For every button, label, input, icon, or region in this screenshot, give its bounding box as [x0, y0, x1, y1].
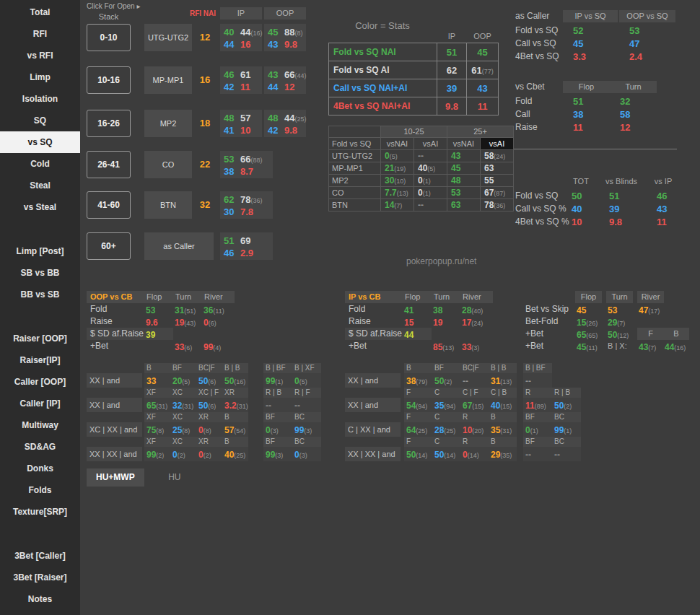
- stat-value: 67(87): [484, 188, 505, 198]
- stat-value: 15(26): [577, 318, 598, 328]
- stack-range-10-16[interactable]: 10-16: [87, 66, 131, 94]
- stat-value: 45(11): [577, 342, 598, 352]
- sidebar-item-vs-rfi[interactable]: vs RFI: [0, 45, 80, 66]
- line-header: XR: [196, 412, 222, 422]
- oop-stats-block: 4366(44)4412: [264, 66, 306, 94]
- stat-line: 4110: [224, 123, 262, 136]
- stat-line: 4211: [224, 80, 262, 92]
- sidebar-item-vs-sq[interactable]: vs SQ: [0, 131, 80, 153]
- click-for-open-label[interactable]: Click For Open ▸: [87, 2, 140, 10]
- line-value: 64(25): [404, 422, 432, 437]
- position-utg-utg2[interactable]: UTG-UTG2: [144, 24, 192, 51]
- stat-value: 12: [284, 82, 294, 92]
- sidebar-item-caller-oop[interactable]: Caller [OOP]: [0, 371, 80, 393]
- sidebar-item-sb-vs-bb[interactable]: SB vs BB: [0, 262, 80, 284]
- stack-range-60[interactable]: 60+: [87, 232, 131, 260]
- stack-range-26-41[interactable]: 26-41: [87, 151, 131, 178]
- stat-cell: 40: [572, 202, 608, 215]
- column-header: Flop: [403, 291, 432, 303]
- line-value: 50(2): [552, 398, 581, 412]
- stat-value: 14(7): [385, 200, 402, 210]
- stat-cell: 21(19): [380, 162, 414, 175]
- sidebar-item-sq[interactable]: SQ: [0, 110, 80, 131]
- stack-range-0-10[interactable]: 0-10: [87, 24, 131, 51]
- stat-cell: 43: [657, 202, 687, 215]
- stat-cell: 39: [609, 202, 651, 215]
- stat-line: 4661: [224, 68, 262, 80]
- stat-value: --: [525, 450, 531, 460]
- row-label: $ SD af.Raise: [87, 328, 144, 340]
- stat-cell: 0(1): [414, 174, 447, 187]
- sidebar-item-donks[interactable]: Donks: [0, 458, 80, 479]
- stack-range-16-26[interactable]: 16-26: [87, 110, 131, 137]
- line-value: 99(1): [263, 373, 292, 388]
- sidebar-item-limp[interactable]: Limp: [0, 66, 80, 88]
- stat-value: 50(16): [224, 376, 245, 386]
- position-mp2[interactable]: MP2: [144, 110, 192, 137]
- sidebar-item-raiser-ip[interactable]: Raiser[IP]: [0, 349, 80, 371]
- sidebar-item-caller-ip[interactable]: Caller [IP]: [0, 393, 80, 414]
- line-value: 50(14): [404, 447, 432, 461]
- stat-cell: 48: [447, 174, 481, 187]
- stack-range-41-60[interactable]: 41-60: [87, 191, 131, 219]
- line-header: C | F: [460, 388, 489, 398]
- sidebar-item-bb-vs-sb[interactable]: BB vs SB: [0, 284, 80, 305]
- stat-value: 50(6): [198, 376, 216, 386]
- stat-value: 88(8): [284, 27, 302, 38]
- stat-cell: 99(4): [202, 340, 235, 352]
- stat-cell: 67(87): [480, 186, 514, 199]
- stat-value: 40(5): [418, 163, 435, 173]
- stat-cell: 32: [620, 95, 667, 108]
- line-header: B | B: [222, 363, 248, 373]
- sidebar-item-cold[interactable]: Cold: [0, 153, 80, 175]
- stat-cell: 45: [573, 37, 628, 50]
- sidebar-item-isolation[interactable]: Isolation: [0, 88, 80, 110]
- sidebar-item-vs-steal[interactable]: vs Steal: [0, 196, 80, 218]
- sidebar-item-limp-post[interactable]: Limp [Post]: [0, 240, 80, 262]
- line-value: 11(89): [523, 398, 552, 412]
- row-label: Fold vs SQ: [514, 24, 563, 37]
- stat-value: 53: [224, 153, 240, 165]
- position-as-caller[interactable]: as Caller: [144, 232, 214, 260]
- sidebar-item-steal[interactable]: Steal: [0, 175, 80, 196]
- stat-cell: 51: [573, 95, 620, 108]
- stat-value: 45: [451, 163, 460, 173]
- position-mp-mp1[interactable]: MP-MP1: [144, 66, 192, 94]
- line-value: 20(5): [170, 373, 196, 388]
- sidebar-item-total[interactable]: Total: [0, 1, 80, 23]
- stack-column-header: Stack: [87, 12, 131, 21]
- stat-value: 44(16): [240, 27, 262, 38]
- tab-hu[interactable]: HU: [159, 468, 190, 487]
- stat-value: 0(3): [266, 425, 279, 435]
- column-header: Turn: [610, 81, 657, 93]
- sidebar-item-notes[interactable]: Notes: [0, 588, 80, 610]
- stat-cell: 53: [629, 24, 686, 37]
- stat-cell: 14(7): [380, 199, 414, 211]
- stat-value: 9.8: [284, 39, 297, 50]
- sidebar-item-multiway[interactable]: Multiway: [0, 414, 80, 436]
- sidebar-item-rfi[interactable]: RFI: [0, 23, 80, 45]
- tab-hu-mwp[interactable]: HU+MWP: [87, 468, 144, 487]
- line-header: XF: [144, 437, 170, 447]
- stat-value: 47: [629, 38, 639, 49]
- position-co[interactable]: CO: [144, 151, 192, 178]
- position-btn[interactable]: BTN: [144, 191, 192, 219]
- sidebar-item-3bet-raiser[interactable]: 3Bet [Raiser]: [0, 567, 80, 588]
- sidebar-item-sd-ag[interactable]: SD&AG: [0, 436, 80, 458]
- sidebar-item-raiser-oop[interactable]: Raiser [OOP]: [0, 328, 80, 349]
- sidebar-item-3bet-caller[interactable]: 3Bet [Caller]: [0, 545, 80, 567]
- stat-value: 55: [484, 175, 494, 186]
- sidebar-item-texture-srp[interactable]: Texture[SRP]: [0, 501, 80, 523]
- sidebar-item-folds[interactable]: Folds: [0, 479, 80, 501]
- legend-ip-value: 62: [437, 61, 467, 79]
- stat-cell: 0(6): [202, 315, 235, 328]
- stat-cell: 45: [575, 303, 602, 315]
- column-header: River: [460, 291, 493, 303]
- line-header: R: [523, 388, 552, 398]
- stat-line: 4416: [224, 38, 262, 50]
- row-label: 4Bet vs SQ: [514, 50, 563, 63]
- stat-cell: 19(43): [173, 315, 202, 328]
- row-label: MP-MP1: [328, 162, 381, 175]
- line-value: 0(8): [196, 422, 222, 437]
- stat-value: 44(16): [665, 342, 686, 352]
